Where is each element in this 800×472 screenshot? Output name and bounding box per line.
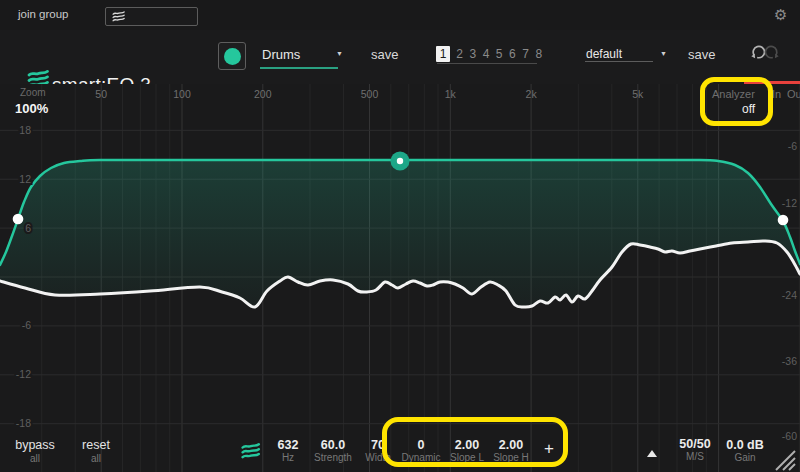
ms-control[interactable]: 50/50 M/S bbox=[667, 437, 723, 462]
slot-1[interactable]: 1 bbox=[436, 46, 450, 62]
reset-sub: all bbox=[73, 453, 119, 464]
profile-dropdown[interactable]: Drums bbox=[262, 47, 300, 62]
slots-underline bbox=[437, 63, 537, 64]
meter-in-label: In bbox=[772, 88, 781, 100]
svg-text:-36: -36 bbox=[782, 355, 797, 367]
record-button[interactable] bbox=[218, 42, 246, 70]
profile-save-button[interactable]: save bbox=[371, 47, 398, 62]
add-band-button[interactable]: + bbox=[544, 439, 554, 459]
meter-out-label: Out bbox=[787, 88, 800, 100]
svg-text:18: 18 bbox=[19, 124, 31, 136]
svg-text:-12: -12 bbox=[16, 368, 31, 380]
svg-text:-12: -12 bbox=[782, 197, 797, 209]
svg-text:-18: -18 bbox=[16, 417, 31, 429]
slot-selector: 1 2 3 4 5 6 7 8 bbox=[436, 45, 545, 63]
svg-text:6: 6 bbox=[25, 222, 31, 234]
bypass-sub: all bbox=[12, 453, 58, 464]
triangle-up-icon[interactable] bbox=[647, 450, 657, 457]
param-value: 2.00 bbox=[483, 438, 539, 452]
slot-6[interactable]: 6 bbox=[506, 47, 519, 61]
join-group-label: join group bbox=[18, 8, 69, 20]
preset-save-button[interactable]: save bbox=[688, 47, 715, 62]
gain-value: 0.0 dB bbox=[717, 438, 773, 452]
reset-label: reset bbox=[73, 438, 119, 452]
svg-text:-60: -60 bbox=[782, 430, 797, 442]
reset-all-button[interactable]: reset all bbox=[73, 438, 119, 464]
clip-indicator bbox=[744, 81, 800, 84]
band-waves-icon[interactable] bbox=[240, 441, 261, 461]
eq-graph[interactable]: 501002005001k2k5k18126-6-12-18-6-12-24-3… bbox=[0, 84, 800, 472]
svg-text:1k: 1k bbox=[445, 88, 457, 100]
zoom-label: Zoom bbox=[20, 87, 46, 98]
analyzer-label: Analyzer bbox=[712, 88, 755, 100]
bypass-label: bypass bbox=[12, 438, 58, 452]
sonible-waves-icon bbox=[111, 10, 126, 23]
redo-icon[interactable] bbox=[763, 43, 780, 61]
bypass-all-button[interactable]: bypass all bbox=[12, 438, 58, 464]
svg-text:-6: -6 bbox=[788, 140, 797, 152]
slot-7[interactable]: 7 bbox=[519, 47, 532, 61]
svg-text:12: 12 bbox=[19, 173, 31, 185]
svg-text:50: 50 bbox=[95, 88, 107, 100]
svg-text:-24: -24 bbox=[782, 289, 797, 301]
slot-3[interactable]: 3 bbox=[466, 47, 479, 61]
high-shelf-handle[interactable] bbox=[778, 215, 789, 226]
param-label: Slope H bbox=[483, 452, 539, 463]
slot-4[interactable]: 4 bbox=[479, 47, 492, 61]
group-bar: join group bbox=[0, 0, 800, 31]
param-slope-h[interactable]: 2.00 Slope H bbox=[483, 438, 539, 463]
svg-text:100: 100 bbox=[173, 88, 191, 100]
svg-text:500: 500 bbox=[361, 88, 379, 100]
ms-label: M/S bbox=[667, 451, 723, 462]
resize-handle-icon[interactable] bbox=[772, 450, 798, 472]
profile-underline bbox=[260, 67, 338, 69]
record-icon bbox=[224, 48, 241, 65]
svg-text:2k: 2k bbox=[526, 88, 538, 100]
low-shelf-handle[interactable] bbox=[13, 214, 24, 225]
svg-text:-6: -6 bbox=[22, 319, 31, 331]
gain-label: Gain bbox=[717, 452, 773, 463]
chevron-down-icon[interactable]: ▼ bbox=[660, 50, 667, 57]
group-input[interactable] bbox=[105, 7, 198, 26]
chevron-down-icon[interactable]: ▼ bbox=[336, 50, 343, 57]
mid-band-handle-dot bbox=[397, 158, 403, 164]
svg-text:200: 200 bbox=[254, 88, 272, 100]
slot-8[interactable]: 8 bbox=[532, 47, 545, 61]
preset-dropdown[interactable]: default bbox=[586, 47, 622, 61]
header: smart:EQ 3 Drums ▼ save 1 2 3 4 5 6 7 8 … bbox=[0, 30, 800, 85]
preset-underline bbox=[585, 61, 653, 62]
svg-text:5k: 5k bbox=[632, 88, 644, 100]
gear-icon[interactable]: ⚙ bbox=[774, 6, 787, 24]
slot-5[interactable]: 5 bbox=[493, 47, 506, 61]
slot-2[interactable]: 2 bbox=[453, 47, 466, 61]
gain-control[interactable]: 0.0 dB Gain bbox=[717, 438, 773, 463]
ms-value: 50/50 bbox=[667, 437, 723, 451]
analyzer-toggle[interactable]: off bbox=[742, 102, 755, 116]
zoom-value[interactable]: 100% bbox=[15, 101, 48, 116]
